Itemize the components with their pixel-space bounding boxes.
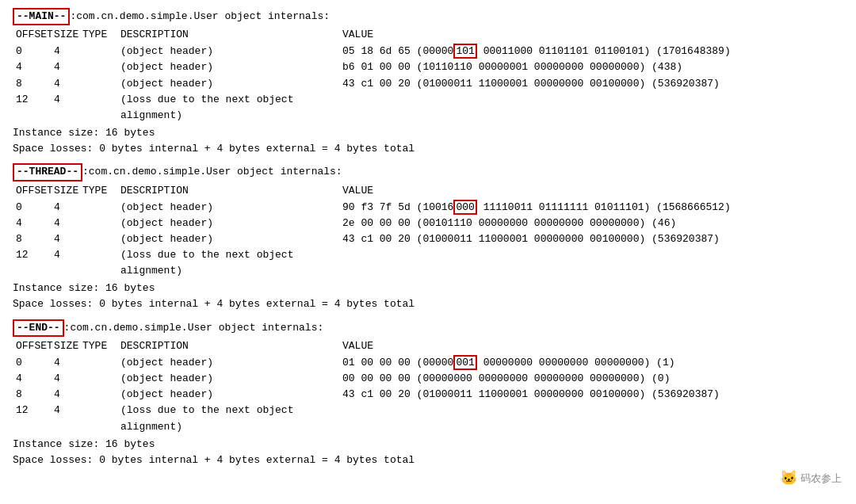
cell-offset: 12 [16,92,54,108]
col-header-offset: OFFSET [16,338,54,354]
cell-desc: (object header) [120,216,342,231]
value-highlight: 101 [453,44,476,59]
cell-value: 00 00 00 00 (00000000 00000000 00000000 … [342,371,843,387]
data-row-thread-2: 84(object header)43 c1 00 20 (01000011 1… [16,231,843,247]
cell-value: 43 c1 00 20 (01000011 11000001 00000000 … [342,76,843,92]
col-header-size: SIZE [54,27,82,43]
col-header-value: VALUE [342,183,373,199]
section-end: --END--:com.cn.demo.simple.User object i… [13,319,843,468]
cell-value: 05 18 6d 65 (00000101 00011000 01101101 … [342,44,843,59]
data-row-thread-1: 44(object header)2e 00 00 00 (00101110 0… [16,216,843,231]
cell-size: 4 [54,216,82,231]
col-header-desc: DESCRIPTION [120,338,342,354]
cell-offset: 8 [16,76,54,92]
table-main: OFFSETSIZETYPEDESCRIPTIONVALUE04(object … [13,27,843,124]
cell-offset: 8 [16,231,54,247]
cell-size: 4 [54,59,82,75]
section-header-thread: --THREAD--:com.cn.demo.simple.User objec… [13,163,843,181]
cell-offset: 4 [16,59,54,75]
col-header-size: SIZE [54,338,82,354]
cell-size: 4 [54,231,82,247]
data-row-end-0: 04(object header)01 00 00 00 (00000001 0… [16,355,843,371]
cell-value: 2e 00 00 00 (00101110 00000000 00000000 … [342,216,843,231]
data-row-main-1: 44(object header)b6 01 00 00 (10110110 0… [16,59,843,75]
cell-offset: 0 [16,200,54,216]
cell-desc: (loss due to the next object alignment) [120,247,342,279]
col-header-desc: DESCRIPTION [120,183,342,199]
section-main: --MAIN--:com.cn.demo.simple.User object … [13,8,843,157]
cell-size: 4 [54,92,82,108]
header-class-thread: :com.cn.demo.simple.User object internal… [82,164,342,180]
col-header-value: VALUE [342,338,373,354]
cell-desc: (object header) [120,371,342,387]
cell-value: 90 f3 7f 5d (10016000 11110011 01111111 … [342,200,843,216]
cell-value: b6 01 00 00 (10110110 00000001 00000000 … [342,59,843,75]
table-end: OFFSETSIZETYPEDESCRIPTIONVALUE04(object … [13,338,843,435]
section-header-main: --MAIN--:com.cn.demo.simple.User object … [13,8,843,25]
value-highlight: 000 [453,200,476,215]
cell-desc: (loss due to the next object alignment) [120,403,342,434]
table-thread: OFFSETSIZETYPEDESCRIPTIONVALUE04(object … [13,183,843,280]
cell-desc: (object header) [120,76,342,92]
cell-desc: (object header) [120,387,342,403]
cell-offset: 0 [16,44,54,59]
cell-size: 4 [54,44,82,59]
watermark-icon: 🐱 [780,468,797,483]
col-header-offset: OFFSET [16,27,54,43]
cell-desc: (object header) [120,231,342,247]
cell-size: 4 [54,76,82,92]
watermark: 🐱 码农参上 [780,468,842,483]
cell-desc: (loss due to the next object alignment) [120,92,342,124]
instance-size-thread: Instance size: 16 bytes [13,281,843,296]
space-losses-thread: Space losses: 0 bytes internal + 4 bytes… [13,296,843,312]
header-class-main: :com.cn.demo.simple.User object internal… [70,9,330,25]
cell-desc: (object header) [120,355,342,371]
cell-value: 43 c1 00 20 (01000011 11000001 00000000 … [342,231,843,247]
cell-offset: 12 [16,247,54,263]
col-header-desc: DESCRIPTION [120,27,342,43]
cell-desc: (object header) [120,59,342,75]
data-row-end-2: 84(object header)43 c1 00 20 (01000011 1… [16,387,843,403]
cell-size: 4 [54,387,82,403]
watermark-text: 码农参上 [801,471,842,483]
cell-value: 43 c1 00 20 (01000011 11000001 00000000 … [342,387,843,403]
data-row-main-0: 04(object header)05 18 6d 65 (00000101 0… [16,44,843,59]
value-highlight: 001 [453,355,476,370]
col-header-type: TYPE [82,27,120,43]
col-header-type: TYPE [82,338,120,354]
cell-value: 01 00 00 00 (00000001 00000000 00000000 … [342,355,843,371]
cell-offset: 4 [16,371,54,387]
instance-size-main: Instance size: 16 bytes [13,125,843,141]
cell-size: 4 [54,247,82,263]
cell-offset: 12 [16,403,54,418]
section-header-end: --END--:com.cn.demo.simple.User object i… [13,319,843,337]
data-row-main-2: 84(object header)43 c1 00 20 (01000011 1… [16,76,843,92]
cell-offset: 8 [16,387,54,403]
cell-offset: 0 [16,355,54,371]
col-header-size: SIZE [54,183,82,199]
tag-end: --END-- [13,319,64,337]
col-header-value: VALUE [342,27,373,43]
data-row-end-3: 124(loss due to the next object alignmen… [16,403,843,434]
col-headers-thread: OFFSETSIZETYPEDESCRIPTIONVALUE [16,183,843,199]
col-header-type: TYPE [82,183,120,199]
cell-size: 4 [54,371,82,387]
cell-offset: 4 [16,216,54,231]
col-headers-end: OFFSETSIZETYPEDESCRIPTIONVALUE [16,338,843,354]
instance-size-end: Instance size: 16 bytes [13,437,843,452]
tag-thread: --THREAD-- [13,163,82,181]
cell-desc: (object header) [120,44,342,59]
cell-size: 4 [54,403,82,418]
cell-desc: (object header) [120,200,342,216]
data-row-end-1: 44(object header)00 00 00 00 (00000000 0… [16,371,843,387]
col-headers-main: OFFSETSIZETYPEDESCRIPTIONVALUE [16,27,843,43]
header-class-end: :com.cn.demo.simple.User object internal… [64,320,324,336]
cell-size: 4 [54,200,82,216]
data-row-thread-3: 124(loss due to the next object alignmen… [16,247,843,279]
tag-main: --MAIN-- [13,8,70,25]
space-losses-main: Space losses: 0 bytes internal + 4 bytes… [13,141,843,157]
data-row-main-3: 124(loss due to the next object alignmen… [16,92,843,124]
col-header-offset: OFFSET [16,183,54,199]
space-losses-end: Space losses: 0 bytes internal + 4 bytes… [13,452,843,468]
section-thread: --THREAD--:com.cn.demo.simple.User objec… [13,163,843,312]
